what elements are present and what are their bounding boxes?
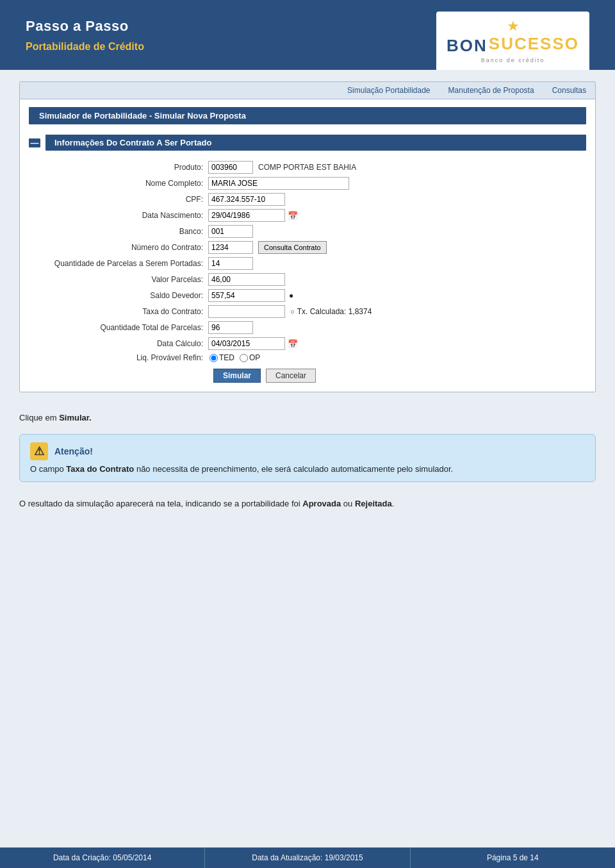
simulator-box: Simulação Portabilidade Manutenção de Pr… — [19, 81, 596, 392]
qtd-total-row: Quantidade Total de Parcelas: — [29, 321, 586, 334]
page-footer: Data da Criação: 05/05/2014 Data da Atua… — [0, 847, 615, 868]
info-header-row: — Informações Do Contrato A Ser Portado — [29, 135, 586, 151]
page-subtitle: Portabilidade de Crédito — [26, 41, 144, 63]
radio-filled-dot: ● — [289, 291, 293, 300]
instruction-before: Clique em — [19, 413, 59, 422]
nome-label: Nome Completo: — [29, 179, 208, 188]
sim-nav: Simulação Portabilidade Manutenção de Pr… — [20, 82, 595, 99]
data-calculo-row: Data Cálculo: 📅 — [29, 337, 586, 350]
liq-op-radio[interactable] — [240, 354, 248, 362]
saldo-devedor-label: Saldo Devedor: — [29, 291, 208, 300]
attention-after: não necessita de preenchimento, ele será… — [134, 464, 453, 474]
simulator-section-title: Simulador de Portabilidade - Simular Nov… — [29, 107, 586, 124]
result-before: O resultado da simulação aparecerá na te… — [19, 499, 302, 508]
tx-calculada-group: ○ Tx. Calculada: 1,8374 — [290, 307, 372, 316]
logo-row: BONSUCESSO — [447, 36, 579, 56]
calendar-icon-2[interactable]: 📅 — [288, 339, 298, 349]
nome-input[interactable] — [208, 177, 349, 190]
form-area: Produto: COMP PORTAB EST BAHIA Nome Comp… — [20, 156, 595, 392]
liq-op-option[interactable]: OP — [240, 353, 260, 362]
taxa-contrato-row: Taxa do Contrato: ○ Tx. Calculada: 1,837… — [29, 305, 586, 318]
result-rejeitada: Rejeitada — [355, 499, 392, 508]
main-content: Simulação Portabilidade Manutenção de Pr… — [0, 70, 615, 392]
qtd-total-input[interactable] — [208, 321, 253, 334]
attention-before: O campo — [30, 464, 66, 474]
footer-page: Página 5 de 14 — [411, 847, 615, 868]
header-title-block: Passo a Passo Portabilidade de Crédito — [26, 12, 144, 63]
result-aprovada: Aprovada — [302, 499, 341, 508]
liq-provavel-label: Liq. Provável Refin: — [29, 353, 208, 362]
cancelar-button[interactable]: Cancelar — [266, 369, 316, 383]
data-nasc-row: Data Nascimento: 📅 — [29, 209, 586, 222]
qtd-parcelas-label: Quantidade de Parcelas a Serem Portadas: — [29, 259, 208, 268]
qtd-total-label: Quantidade Total de Parcelas: — [29, 323, 208, 332]
banco-row: Banco: — [29, 225, 586, 238]
data-calculo-label: Data Cálculo: — [29, 339, 208, 348]
num-contrato-input[interactable] — [208, 241, 253, 254]
logo-block: ★ BONSUCESSO Banco de crédito — [436, 12, 589, 70]
data-nasc-input[interactable] — [208, 209, 285, 222]
logo-sucesso: SUCESSO — [489, 34, 579, 54]
info-section-title: Informações Do Contrato A Ser Portado — [45, 135, 586, 151]
attention-header: ⚠ Atenção! — [30, 442, 585, 460]
produto-desc: COMP PORTAB EST BAHIA — [258, 163, 356, 172]
cpf-label: CPF: — [29, 195, 208, 204]
logo-bon: BON — [447, 36, 488, 56]
warning-icon: ⚠ — [30, 442, 48, 460]
qtd-parcelas-input[interactable] — [208, 257, 253, 270]
instruction-bold: Simular. — [59, 413, 92, 422]
liq-op-label: OP — [249, 353, 260, 362]
saldo-devedor-input[interactable] — [208, 289, 285, 302]
liq-ted-option[interactable]: TED — [209, 353, 234, 362]
logo-star-icon: ★ — [507, 18, 520, 35]
cpf-row: CPF: — [29, 193, 586, 206]
data-calculo-input[interactable] — [208, 337, 285, 350]
action-row: Simular Cancelar — [213, 369, 586, 383]
banco-input[interactable] — [208, 225, 253, 238]
produto-row: Produto: COMP PORTAB EST BAHIA — [29, 161, 586, 174]
saldo-devedor-row: Saldo Devedor: ● — [29, 289, 586, 302]
info-header-dash: — — [29, 138, 40, 147]
footer-creation: Data da Criação: 05/05/2014 — [0, 847, 205, 868]
num-contrato-label: Número do Contrato: — [29, 243, 208, 252]
result-text: O resultado da simulação aparecerá na te… — [0, 491, 615, 517]
nav-simulacao[interactable]: Simulação Portabilidade — [347, 86, 430, 95]
liq-provavel-row: Liq. Provável Refin: TED OP — [29, 353, 586, 362]
liq-ted-radio[interactable] — [209, 354, 218, 362]
banco-label: Banco: — [29, 227, 208, 236]
nav-manutencao[interactable]: Manutenção de Proposta — [448, 86, 534, 95]
produto-label: Produto: — [29, 163, 208, 172]
result-between: ou — [341, 499, 355, 508]
page-title: Passo a Passo — [26, 18, 144, 35]
attention-bold: Taxa do Contrato — [66, 464, 134, 474]
attention-box: ⚠ Atenção! O campo Taxa do Contrato não … — [19, 434, 596, 482]
attention-title: Atenção! — [54, 446, 93, 456]
valor-parcelas-row: Valor Parcelas: — [29, 273, 586, 286]
liq-radio-group: TED OP — [209, 353, 260, 362]
nav-consultas[interactable]: Consultas — [552, 86, 586, 95]
page-header: Passo a Passo Portabilidade de Crédito ★… — [0, 0, 615, 70]
attention-body: O campo Taxa do Contrato não necessita d… — [30, 464, 585, 474]
cpf-input[interactable] — [208, 193, 285, 206]
data-nasc-label: Data Nascimento: — [29, 211, 208, 220]
consulta-contrato-button[interactable]: Consulta Contrato — [258, 241, 327, 254]
simular-button[interactable]: Simular — [213, 369, 261, 383]
qtd-parcelas-row: Quantidade de Parcelas a Serem Portadas: — [29, 257, 586, 270]
produto-input[interactable] — [208, 161, 253, 174]
valor-parcelas-label: Valor Parcelas: — [29, 275, 208, 284]
instruction-text: Clique em Simular. — [0, 404, 615, 429]
footer-update: Data da Atualização: 19/03/2015 — [205, 847, 410, 868]
radio-empty-icon: ○ — [290, 308, 295, 315]
tx-calculada-text: Tx. Calculada: 1,8374 — [297, 307, 372, 316]
calendar-icon[interactable]: 📅 — [288, 211, 298, 221]
nome-row: Nome Completo: — [29, 177, 586, 190]
taxa-contrato-label: Taxa do Contrato: — [29, 307, 208, 316]
valor-parcelas-input[interactable] — [208, 273, 285, 286]
num-contrato-row: Número do Contrato: Consulta Contrato — [29, 241, 586, 254]
logo-sub: Banco de crédito — [481, 57, 545, 63]
result-end: . — [392, 499, 395, 508]
liq-ted-label: TED — [219, 353, 234, 362]
taxa-contrato-input[interactable] — [208, 305, 285, 318]
